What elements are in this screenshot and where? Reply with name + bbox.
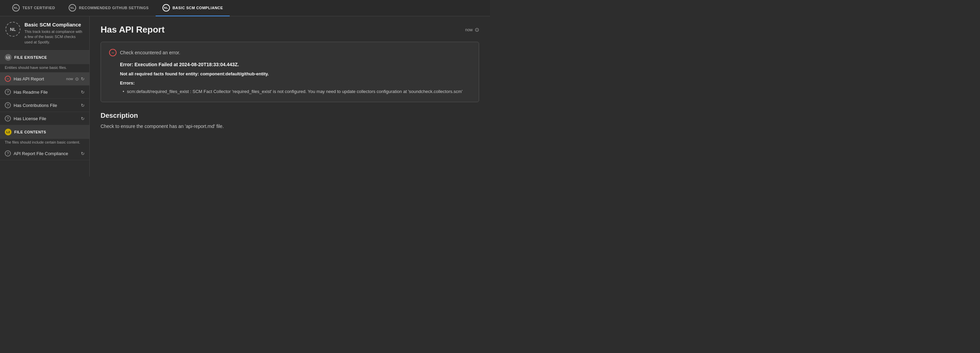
section-file-contents-sublabel: The files should include certain basic c… [0,139,89,147]
timestamp-api-report: now [66,77,73,81]
error-body: Error: Execution Failed at 2024-08-20T18… [120,62,471,95]
check-label-compliance: API Report File Compliance [14,151,68,156]
sidebar-info: Basic SCM Compliance This track looks at… [24,22,84,45]
section-file-existence-sublabel: Entities should have some basic files. [0,64,89,72]
check-item-right-api: now ⊙ ↻ [66,76,84,81]
description-section: Description Check to ensure the componen… [100,112,479,130]
check-label-contributions: Has Contributions File [14,103,57,108]
tab-basic-scm[interactable]: NL BASIC SCM COMPLIANCE [156,0,230,16]
description-text: Check to ensure the component has an 'ap… [100,123,479,130]
unknown-icon-license: ? [5,116,11,122]
tab-test-certified[interactable]: NL TEST CERTIFIED [5,0,62,16]
nl-badge-test-certified: NL [12,4,20,11]
error-title-line: Error: Execution Failed at 2024-08-20T18… [120,62,471,67]
timestamp-value: now [465,27,473,32]
error-icon-api-report: − [5,76,11,82]
tab-label-recommended: RECOMMENDED GITHUB SETTINGS [79,6,148,10]
clock-icon-content: ⊙ [475,27,479,33]
check-item-has-readme[interactable]: ? Has Readme File ↻ [0,85,89,99]
section-file-existence-label: FILE EXISTENCE [14,55,47,59]
check-item-left-compliance: ? API Report File Compliance [5,150,68,157]
check-item-left-license: ? Has License File [5,116,46,122]
check-item-left-api: − Has API Report [5,76,44,82]
error-entity-line: Not all required facts found for entity:… [120,71,471,76]
sidebar-description: This track looks at compliance with a fe… [24,29,84,45]
error-card-header: − Check encountered an error. [109,49,471,56]
refresh-icon-contributions[interactable]: ↻ [81,103,84,108]
nl-badge-recommended: NL [68,4,76,11]
check-label-readme: Has Readme File [14,90,48,95]
unknown-icon-readme: ? [5,89,11,95]
check-item-api-report-compliance[interactable]: ? API Report File Compliance ↻ [0,147,89,160]
section-file-contents-label: FILE CONTENTS [14,130,46,134]
tab-recommended-github[interactable]: NL RECOMMENDED GITHUB SETTINGS [62,0,155,16]
top-nav: NL TEST CERTIFIED NL RECOMMENDED GITHUB … [0,0,490,16]
check-item-right-readme: ↻ [81,90,84,95]
tab-label-basic-scm: BASIC SCM COMPLIANCE [173,6,223,10]
clock-icon-api: ⊙ [75,76,79,81]
content-timestamp: now ⊙ [465,27,479,33]
section-file-contents-header: L2 FILE CONTENTS [0,125,89,139]
error-icon-main: − [109,49,116,56]
check-item-has-contributions[interactable]: ? Has Contributions File ↻ [0,99,89,112]
content-title: Has API Report [100,24,164,35]
error-card: − Check encountered an error. Error: Exe… [100,42,479,102]
unknown-icon-contributions: ? [5,102,11,108]
level-badge-l2: L2 [5,129,11,135]
check-label-license: Has License File [14,116,46,121]
check-label-api-report: Has API Report [14,76,44,81]
main-layout: NL Basic SCM Compliance This track looks… [0,16,490,176]
content-title-row: Has API Report now ⊙ [100,24,479,35]
check-item-right-contributions: ↻ [81,103,84,108]
check-item-has-api-report[interactable]: − Has API Report now ⊙ ↻ [0,72,89,85]
error-bullet: scm:default/required_files_exist : SCM F… [123,88,471,95]
refresh-icon-license[interactable]: ↻ [81,116,84,121]
check-item-left-contributions: ? Has Contributions File [5,102,57,108]
tab-label-test-certified: TEST CERTIFIED [22,6,55,10]
check-item-right-compliance: ↻ [81,151,84,156]
error-header-text: Check encountered an error. [120,50,180,55]
sidebar-title: Basic SCM Compliance [24,22,84,28]
refresh-icon-compliance[interactable]: ↻ [81,151,84,156]
check-item-right-license: ↻ [81,116,84,121]
check-item-has-license[interactable]: ? Has License File ↻ [0,112,89,125]
nl-badge-basic-scm: NL [162,4,170,11]
section-file-existence-header: L1 FILE EXISTENCE [0,51,89,64]
sidebar-logo: NL [5,22,21,36]
refresh-icon-api[interactable]: ↻ [81,76,84,81]
errors-label: Errors: [120,81,471,85]
level-badge-l1: L1 [5,54,11,61]
refresh-icon-readme[interactable]: ↻ [81,90,84,95]
sidebar-header: NL Basic SCM Compliance This track looks… [0,16,89,51]
content-area: Has API Report now ⊙ − Check encountered… [90,16,490,176]
unknown-icon-compliance: ? [5,150,11,157]
check-item-left-readme: ? Has Readme File [5,89,48,95]
description-title: Description [100,112,479,119]
sidebar: NL Basic SCM Compliance This track looks… [0,16,90,176]
